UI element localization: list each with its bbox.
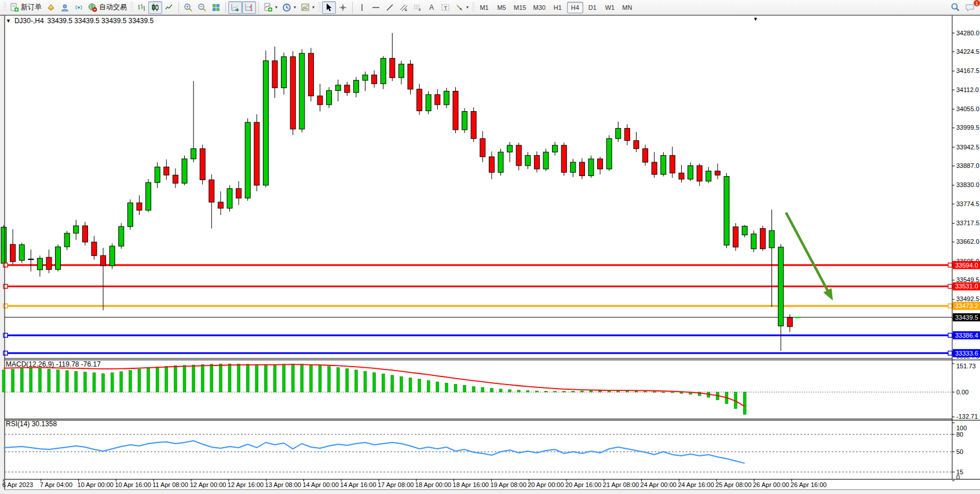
svg-text:33333.6: 33333.6 bbox=[955, 350, 978, 357]
fibonacci-button[interactable]: F bbox=[411, 1, 425, 14]
timeframe-m30-button[interactable]: M30 bbox=[530, 2, 548, 13]
svg-text:F: F bbox=[419, 8, 421, 12]
templates-icon bbox=[301, 3, 310, 12]
hline-handle-resistance-1[interactable] bbox=[948, 263, 952, 267]
hline-handle-support-1[interactable] bbox=[3, 333, 8, 337]
svg-text:33386.4: 33386.4 bbox=[955, 332, 978, 339]
svg-text:24 Apr 16:00: 24 Apr 16:00 bbox=[678, 481, 714, 488]
chart-client-area bbox=[5, 16, 980, 490]
search-icon bbox=[950, 2, 960, 12]
market-icon bbox=[46, 3, 56, 12]
text-icon: A bbox=[427, 3, 436, 12]
svg-text:33887.0: 33887.0 bbox=[956, 162, 979, 169]
toolbar-drag-handle[interactable] bbox=[472, 2, 475, 13]
chart-shift-icon bbox=[244, 3, 254, 12]
text-button[interactable]: A bbox=[425, 1, 438, 14]
svg-text:34280.0: 34280.0 bbox=[956, 30, 979, 36]
community-icon bbox=[60, 3, 70, 12]
price-badge-support-2: 33333.6 bbox=[953, 349, 980, 357]
indicators-button[interactable]: ▾ bbox=[261, 1, 280, 14]
market-button[interactable] bbox=[44, 1, 58, 14]
svg-text:20 Apr 16:00: 20 Apr 16:00 bbox=[565, 481, 601, 488]
svg-text:33999.5: 33999.5 bbox=[956, 124, 979, 131]
auto-trading-icon bbox=[88, 3, 97, 12]
timeframe-m15-button[interactable]: M15 bbox=[511, 2, 529, 13]
svg-text:-132.71: -132.71 bbox=[956, 413, 978, 420]
new-order-button[interactable]: 新订单 bbox=[8, 1, 44, 14]
periods-button[interactable]: ▾ bbox=[280, 1, 298, 14]
new-order-icon bbox=[10, 3, 19, 12]
price-badge-resistance-1: 33594.0 bbox=[953, 261, 980, 269]
horizontal-line-button[interactable] bbox=[369, 1, 383, 14]
svg-text:18 Apr 16:00: 18 Apr 16:00 bbox=[453, 481, 489, 488]
auto-scroll-icon bbox=[231, 3, 240, 12]
timeframe-mn-button[interactable]: MN bbox=[619, 2, 635, 13]
hline-handle-resistance-2[interactable] bbox=[3, 284, 8, 288]
chart-menu-caret[interactable]: ▼ bbox=[753, 16, 758, 22]
toolbar-drag-handle[interactable] bbox=[3, 2, 6, 13]
svg-text:A: A bbox=[429, 3, 434, 12]
svg-text:33830.0: 33830.0 bbox=[956, 181, 979, 188]
tile-windows-button[interactable] bbox=[209, 1, 223, 14]
timeframe-m1-button[interactable]: M1 bbox=[476, 2, 492, 13]
templates-button[interactable]: ▾ bbox=[298, 1, 317, 14]
svg-text:10 Apr 00:00: 10 Apr 00:00 bbox=[78, 481, 114, 488]
vertical-line-button[interactable] bbox=[355, 1, 369, 14]
shapes-caret: ▾ bbox=[466, 5, 469, 10]
signals-button[interactable] bbox=[72, 1, 86, 14]
rsi-label: RSI(14) 30.1358 bbox=[6, 420, 57, 428]
hline-handle-pivot[interactable] bbox=[948, 304, 952, 308]
svg-text:33662.0: 33662.0 bbox=[956, 238, 979, 245]
line-chart-button[interactable] bbox=[162, 1, 176, 14]
equidistant-channel-button[interactable]: E bbox=[397, 1, 411, 14]
svg-text:26 Apr 00:00: 26 Apr 00:00 bbox=[753, 481, 789, 488]
svg-text:6 Apr 2023: 6 Apr 2023 bbox=[2, 481, 33, 488]
zoom-out-icon bbox=[198, 3, 207, 12]
chart-collapse-caret[interactable]: ▼ bbox=[6, 18, 11, 24]
shapes-arrows-icon bbox=[455, 3, 464, 12]
timeframe-d1-button[interactable]: D1 bbox=[584, 2, 601, 13]
indicators-icon bbox=[264, 3, 273, 12]
timeframe-h1-button[interactable]: H1 bbox=[550, 2, 566, 13]
toolbar-drag-handle[interactable] bbox=[130, 2, 133, 13]
hline-handle-support-2[interactable] bbox=[3, 351, 8, 355]
hline-handle-resistance-1[interactable] bbox=[3, 263, 8, 267]
hline-handle-pivot[interactable] bbox=[3, 304, 8, 308]
price-chart-canvas[interactable]: 34280.034224.534167.534112.034055.033999… bbox=[0, 0, 980, 494]
chart-shift-button[interactable] bbox=[242, 1, 256, 14]
hline-handle-resistance-2[interactable] bbox=[948, 284, 952, 288]
candlestick-chart-button[interactable] bbox=[148, 1, 162, 14]
svg-text:34055.0: 34055.0 bbox=[956, 105, 979, 112]
zoom-in-button[interactable] bbox=[181, 1, 195, 14]
timeframe-m5-button[interactable]: M5 bbox=[493, 2, 510, 13]
trendline-icon bbox=[385, 3, 394, 12]
trendline-button[interactable] bbox=[383, 1, 397, 14]
zoom-out-button[interactable] bbox=[195, 1, 209, 14]
shapes-button[interactable]: ▾ bbox=[452, 1, 471, 14]
bar-chart-button[interactable] bbox=[134, 1, 148, 14]
community-button[interactable] bbox=[58, 1, 72, 14]
crosshair-button[interactable] bbox=[336, 1, 350, 14]
notifications-button[interactable]: 1 bbox=[963, 1, 978, 14]
svg-text:21 Apr 08:00: 21 Apr 08:00 bbox=[603, 481, 639, 488]
timeframe-w1-button[interactable]: W1 bbox=[602, 2, 618, 13]
cursor-button[interactable] bbox=[322, 1, 336, 14]
price-badge-pivot: 33473.2 bbox=[953, 302, 980, 310]
notification-badge: 1 bbox=[973, 0, 980, 7]
hline-handle-support-2[interactable] bbox=[948, 351, 952, 355]
timeframe-h4-button[interactable]: H4 bbox=[567, 2, 583, 13]
svg-text:33717.5: 33717.5 bbox=[956, 219, 979, 226]
price-badge-current-price: 33439.5 bbox=[953, 313, 980, 321]
search-button[interactable] bbox=[948, 1, 963, 14]
svg-text:33531.0: 33531.0 bbox=[955, 283, 978, 290]
svg-text:18 Apr 00:00: 18 Apr 00:00 bbox=[415, 481, 451, 488]
auto-scroll-button[interactable] bbox=[228, 1, 242, 14]
svg-text:E: E bbox=[405, 8, 407, 12]
text-label-button[interactable]: T bbox=[438, 1, 452, 14]
svg-text:25 Apr 08:00: 25 Apr 08:00 bbox=[715, 481, 751, 488]
zoom-in-icon bbox=[184, 3, 193, 12]
equidistant-channel-icon: E bbox=[399, 3, 408, 12]
auto-trading-button[interactable]: 自动交易 bbox=[86, 1, 129, 14]
toolbar-drag-handle[interactable] bbox=[318, 2, 321, 13]
hline-handle-support-1[interactable] bbox=[948, 333, 952, 337]
